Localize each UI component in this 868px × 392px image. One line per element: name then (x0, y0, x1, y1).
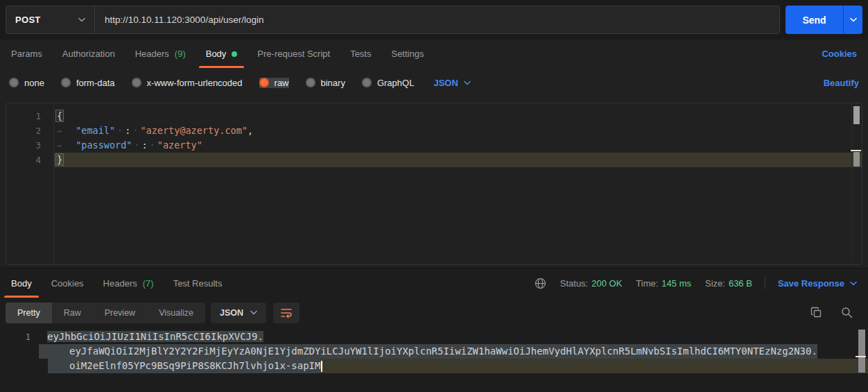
request-tabs: Params Authorization Headers (9) Body Pr… (0, 40, 868, 68)
response-tools (806, 302, 857, 323)
url-input[interactable]: http://10.10.11.120:3000/api/user/login (95, 6, 779, 33)
response-meta-bar: Body Cookies Headers (7) Test Results St… (0, 269, 868, 298)
editor-code: →"password"·:·"azerty" (53, 138, 202, 153)
tab-tests[interactable]: Tests (350, 40, 371, 68)
status-value: 200 OK (591, 278, 622, 289)
tab-params[interactable]: Params (11, 40, 42, 68)
editor-scrollbar[interactable] (851, 104, 861, 264)
scrollbar-thumb[interactable] (858, 330, 865, 373)
radio-none[interactable]: none (9, 78, 44, 88)
radio-icon (306, 78, 315, 87)
tab-body-label: Body (206, 49, 227, 59)
radio-urlencoded-label: x-www-form-urlencoded (147, 78, 243, 88)
radio-icon (61, 78, 71, 87)
request-editor-wrap: 1 { 2 →"email"·:·"azerty@azerty.com", 3 … (0, 97, 868, 268)
response-language-dropdown[interactable]: JSON (211, 302, 266, 323)
jwt-token-segment: oiM2eElnf05YPc9BSq9PiP8S8KCJh7lvhjo1x-sa… (39, 359, 322, 373)
view-preview[interactable]: Preview (93, 302, 147, 323)
response-view-toolbar: Pretty Raw Preview Visualize JSON (0, 298, 868, 327)
tab-authorization[interactable]: Authorization (62, 40, 115, 68)
response-tab-test-results[interactable]: Test Results (173, 269, 223, 298)
word-wrap-button[interactable] (273, 302, 300, 323)
tab-headers-label: Headers (135, 49, 169, 59)
response-line-1: 1 eyJhbGciOiJIUzI1NiIsInR5cCI6IkpXVCJ9. (0, 330, 868, 344)
view-pretty-label: Pretty (17, 308, 40, 318)
close-brace: } (56, 154, 63, 165)
tab-pre-request-script[interactable]: Pre-request Script (257, 40, 330, 68)
copy-icon (810, 307, 822, 318)
send-options-button[interactable] (843, 6, 862, 34)
editor-line-1: 1 { (6, 109, 862, 123)
method-select[interactable]: POST (6, 6, 95, 33)
tab-settings-label: Settings (391, 49, 424, 59)
jwt-token-segment: eyJfaWQiOiI2MjBlY2Y2Y2FiMjEyYzA0NjE1Yjdm… (39, 344, 817, 359)
whitespace-dot: · (150, 139, 155, 151)
request-language-label: JSON (433, 78, 458, 88)
view-segmented-control: Pretty Raw Preview Visualize (6, 302, 205, 323)
editor-code: →"email"·:·"azerty@azerty.com", (53, 123, 253, 138)
response-tab-cookies[interactable]: Cookies (51, 269, 84, 298)
cursor-marker-line (856, 356, 866, 357)
jwt-header: eyJhbGciOiJIUzI1NiIsInR5cCI6IkpXVCJ9. (47, 331, 263, 342)
tab-pre-request-label: Pre-request Script (257, 49, 330, 59)
indent-arrow: → (56, 125, 62, 136)
globe-icon (535, 278, 546, 289)
time-value: 145 ms (661, 278, 691, 289)
radio-icon (132, 78, 141, 87)
tab-settings[interactable]: Settings (391, 40, 424, 68)
editor-code: { (53, 109, 63, 123)
whitespace-dot: · (132, 125, 138, 136)
line-number: 3 (6, 138, 53, 153)
radio-graphql-label: GraphQL (377, 78, 414, 88)
send-split-button: Send (785, 6, 862, 34)
response-tab-body[interactable]: Body (11, 269, 32, 298)
view-pretty[interactable]: Pretty (6, 302, 52, 323)
jwt-signature: oiM2eElnf05YPc9BSq9PiP8S8KCJh7lvhjo1x-sa… (48, 359, 320, 373)
response-line-number: 1 (0, 330, 39, 344)
editor-line-4-current: 4 } (6, 153, 862, 167)
radio-raw-label: raw (275, 78, 289, 88)
save-response-button[interactable]: Save Response (778, 278, 857, 289)
cookies-link[interactable]: Cookies (822, 49, 857, 59)
colon: : (125, 125, 130, 136)
beautify-link[interactable]: Beautify (824, 78, 859, 88)
request-body-editor[interactable]: 1 { 2 →"email"·:·"azerty@azerty.com", 3 … (6, 103, 862, 265)
tab-headers[interactable]: Headers (9) (135, 40, 186, 68)
scrollbar-thumb[interactable] (853, 106, 860, 124)
radio-binary[interactable]: binary (306, 78, 345, 88)
response-body-viewer[interactable]: 1 eyJhbGciOiJIUzI1NiIsInR5cCI6IkpXVCJ9. … (0, 327, 868, 392)
response-line-3-current: oiM2eElnf05YPc9BSq9PiP8S8KCJh7lvhjo1x-sa… (0, 359, 868, 373)
request-language-dropdown[interactable]: JSON (433, 78, 470, 88)
word-wrap-icon (280, 307, 293, 318)
search-button[interactable] (836, 302, 857, 323)
cursor-marker-thumb (853, 152, 860, 167)
chevron-down-icon (78, 17, 85, 22)
radio-graphql[interactable]: GraphQL (362, 78, 414, 88)
radio-x-www-form-urlencoded[interactable]: x-www-form-urlencoded (132, 78, 243, 88)
response-scrollbar[interactable] (858, 329, 865, 391)
send-button[interactable]: Send (785, 6, 843, 34)
line-number: 4 (6, 153, 53, 167)
json-key: "password" (76, 139, 132, 151)
radio-form-data[interactable]: form-data (61, 78, 115, 88)
request-url-bar: POST http://10.10.11.120:3000/api/user/l… (0, 0, 868, 40)
send-label: Send (802, 15, 826, 26)
comma: , (248, 125, 253, 136)
tab-body[interactable]: Body (206, 40, 238, 68)
size-value: 636 B (729, 278, 752, 289)
response-tab-headers[interactable]: Headers (7) (103, 269, 154, 298)
json-value: "azerty" (157, 139, 202, 151)
copy-button[interactable] (806, 302, 826, 323)
cursor-marker-line (851, 150, 861, 151)
chevron-down-icon (850, 17, 857, 22)
chevron-down-icon (464, 80, 471, 85)
response-line-number-empty (0, 359, 39, 373)
editor-code: } (53, 153, 63, 167)
view-raw[interactable]: Raw (52, 302, 93, 323)
radio-form-data-label: form-data (76, 78, 115, 88)
response-tab-body-label: Body (11, 278, 32, 289)
radio-raw[interactable]: raw (259, 78, 289, 88)
headers-count-badge: (9) (175, 49, 186, 59)
view-visualize[interactable]: Visualize (147, 302, 205, 323)
radio-binary-label: binary (321, 78, 345, 88)
